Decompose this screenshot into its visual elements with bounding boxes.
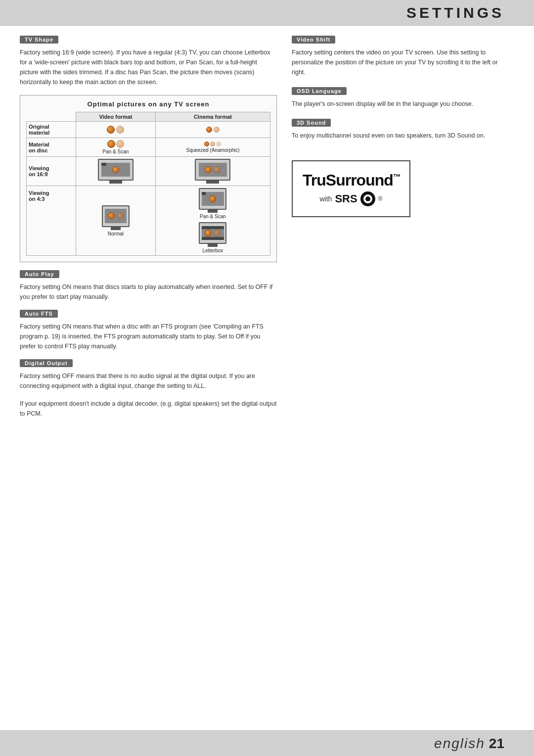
tv-shape-badge: TV Shape <box>20 36 58 44</box>
with-label: with <box>320 195 332 203</box>
table-row: Viewingon 4:3 <box>27 186 270 256</box>
auto-fts-section: Auto FTS Factory setting ON means that w… <box>20 310 277 351</box>
cell-viewing169-video <box>76 157 156 186</box>
page-footer: english 21 <box>0 730 534 756</box>
srs-circle-icon <box>360 191 375 206</box>
video-shift-badge: Video Shift <box>292 36 335 44</box>
digital-output-section: Digital Output Factory setting OFF means… <box>20 359 277 419</box>
trusurround-with-srs: with SRS ® <box>303 191 400 206</box>
diagram-box: Optimal pictures on any TV screen Video … <box>20 95 277 262</box>
letterbox-label: Letterbox <box>158 248 268 253</box>
srs-text: SRS <box>335 192 357 205</box>
auto-fts-body: Factory setting ON means that when a dis… <box>20 322 277 351</box>
cell-viewing43-cinema: Pan & Scan <box>155 186 270 256</box>
sound-3d-body: To enjoy multichannel sound even on two … <box>292 131 509 141</box>
table-row: Viewingon 16:9 <box>27 157 270 186</box>
page-title: SETTINGS <box>406 4 504 21</box>
tm-symbol: ™ <box>393 173 400 181</box>
cell-viewing169-cinema <box>155 157 270 186</box>
trusurround-brand: TruSurround™ <box>303 171 400 189</box>
osd-language-body: The player's on-screen display will be i… <box>292 99 509 109</box>
squeezed-label: Squeezed (Anamorphic) <box>158 147 268 153</box>
tv-shape-section: TV Shape Factory setting 16:9 (wide scre… <box>20 36 277 87</box>
col-video-format: Video format <box>76 112 156 122</box>
tv-shape-body: Factory setting 16:9 (wide screen). If y… <box>20 47 277 87</box>
cell-original-cinema <box>155 122 270 138</box>
footer-page-number: 21 <box>489 736 504 752</box>
auto-fts-badge: Auto FTS <box>20 310 58 318</box>
normal-label: Normal <box>78 231 153 236</box>
auto-play-badge: Auto Play <box>20 270 59 278</box>
page-header: SETTINGS <box>0 0 534 26</box>
row-label-original: Originalmaterial <box>27 122 76 138</box>
page: SETTINGS TV Shape Factory setting 16:9 (… <box>0 0 534 756</box>
auto-play-section: Auto Play Factory setting ON means that … <box>20 270 277 302</box>
digital-output-body1: Factory setting OFF means that there is … <box>20 371 277 391</box>
sound-3d-section: 3D Sound To enjoy multichannel sound eve… <box>292 119 509 141</box>
cell-original-video <box>76 122 156 138</box>
row-label-material: Materialon disc <box>27 138 76 157</box>
table-row: Originalmaterial <box>27 122 270 138</box>
left-column: TV Shape Factory setting 16:9 (wide scre… <box>20 36 277 426</box>
cell-material-video: Pan & Scan <box>76 138 156 157</box>
cell-material-cinema: Squeezed (Anamorphic) <box>155 138 270 157</box>
digital-output-badge: Digital Output <box>20 359 73 367</box>
main-content: TV Shape Factory setting 16:9 (wide scre… <box>0 26 534 436</box>
srs-registered: ® <box>378 195 383 202</box>
digital-output-body2: If your equipment doesn't include a digi… <box>20 399 277 419</box>
video-shift-body: Factory setting centers the video on you… <box>292 47 509 77</box>
diagram-title: Optimal pictures on any TV screen <box>26 100 270 108</box>
pan-scan-label2: Pan & Scan <box>158 214 268 219</box>
sound-3d-badge: 3D Sound <box>292 119 331 127</box>
cell-viewing43-video: Normal <box>76 186 156 256</box>
right-column: Video Shift Factory setting centers the … <box>292 36 509 426</box>
osd-language-section: OSD Language The player's on-screen disp… <box>292 87 509 109</box>
pan-scan-label: Pan & Scan <box>78 149 153 154</box>
table-row: Materialon disc Pan & Scan <box>27 138 270 157</box>
auto-play-body: Factory setting ON means that discs star… <box>20 282 277 302</box>
col-cinema-format: Cinema format <box>155 112 270 122</box>
row-label-viewing-43: Viewingon 4:3 <box>27 186 76 256</box>
trusurround-section: TruSurround™ with SRS ® <box>292 160 410 217</box>
footer-language: english <box>434 736 485 752</box>
row-label-viewing-169: Viewingon 16:9 <box>27 157 76 186</box>
video-shift-section: Video Shift Factory setting centers the … <box>292 36 509 77</box>
osd-language-badge: OSD Language <box>292 87 347 95</box>
